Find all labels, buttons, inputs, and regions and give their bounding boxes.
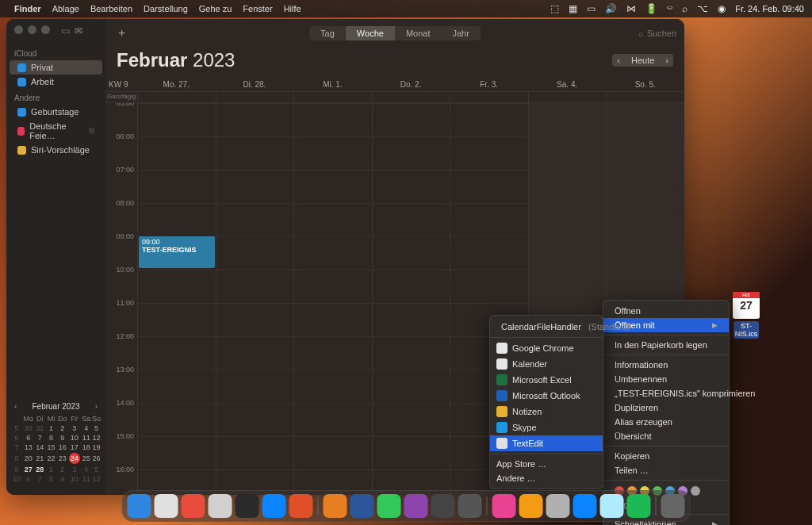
day-header[interactable]: Do. 2.: [372, 78, 450, 91]
mini-cal-day[interactable]: 25: [80, 452, 91, 465]
siri-icon[interactable]: ◉: [718, 3, 726, 14]
ctx-trash[interactable]: In den Papierkorb legen: [603, 338, 729, 352]
mini-cal-day[interactable]: 3: [68, 423, 80, 433]
day-header[interactable]: So. 5.: [606, 78, 684, 91]
mini-cal-day[interactable]: 7: [11, 443, 22, 452]
mini-cal-day[interactable]: 6: [11, 433, 22, 443]
mini-cal-prev[interactable]: ‹: [14, 402, 17, 411]
sidebar-cal-birthdays[interactable]: Geburtstage: [10, 105, 102, 119]
ctx-rename[interactable]: Umbenennen: [603, 372, 729, 386]
bluetooth-icon[interactable]: ⋈: [626, 3, 636, 14]
sub-app-item[interactable]: Google Chrome: [490, 340, 603, 356]
dock-app[interactable]: [661, 494, 685, 518]
mini-cal-day[interactable]: 19: [92, 443, 101, 452]
mini-cal-day[interactable]: 16: [57, 443, 69, 452]
mini-cal-day[interactable]: 10: [68, 433, 80, 443]
ctx-overview[interactable]: Übersicht: [603, 429, 729, 443]
sub-app-item[interactable]: TextEdit: [490, 435, 603, 451]
menu-file[interactable]: Ablage: [52, 4, 79, 13]
mini-cal-day[interactable]: 5: [92, 423, 101, 433]
prev-week-button[interactable]: ‹: [612, 54, 625, 67]
dropbox-icon[interactable]: ⬚: [550, 3, 559, 14]
mini-cal-day[interactable]: 28: [34, 465, 45, 474]
dock-app[interactable]: [600, 494, 624, 518]
day-header[interactable]: Mo. 27.: [137, 78, 216, 91]
traffic-max[interactable]: [41, 25, 50, 34]
mini-cal-day[interactable]: 12: [92, 433, 101, 443]
add-event-button[interactable]: +: [113, 26, 130, 40]
volume-icon[interactable]: 🔊: [605, 3, 617, 14]
mini-cal-day[interactable]: 7: [34, 433, 45, 443]
mini-cal-day[interactable]: 14: [34, 443, 45, 452]
dock-app[interactable]: [546, 494, 570, 518]
app-name[interactable]: Finder: [14, 4, 41, 13]
sub-app-item[interactable]: Notizen: [490, 404, 603, 420]
menu-view[interactable]: Darstellung: [144, 4, 188, 13]
day-column[interactable]: [216, 103, 294, 495]
dock-app[interactable]: [492, 494, 516, 518]
menu-window[interactable]: Fenster: [243, 4, 272, 13]
dock-app[interactable]: [155, 494, 178, 518]
mini-cal-day[interactable]: 13: [22, 443, 34, 452]
day-column[interactable]: [372, 103, 450, 495]
sidebar-cal-privat[interactable]: Privat: [10, 60, 102, 75]
mini-cal-day[interactable]: 6: [22, 433, 34, 443]
mini-cal-day[interactable]: 8: [11, 452, 22, 465]
checkbox-icon[interactable]: [17, 108, 26, 117]
mini-cal-day[interactable]: 30: [22, 423, 34, 433]
dock-app[interactable]: [350, 494, 374, 518]
day-header[interactable]: Sa. 4.: [528, 78, 607, 91]
mini-cal-day[interactable]: 11: [80, 474, 91, 484]
mini-cal-day[interactable]: 1: [45, 423, 56, 433]
mini-cal-next[interactable]: ›: [95, 402, 98, 411]
mini-cal-day[interactable]: 11: [80, 433, 91, 443]
view-day[interactable]: Tag: [309, 26, 346, 40]
sidebar-cal-arbeit[interactable]: Arbeit: [10, 75, 102, 89]
calendar-event[interactable]: 09:00 TEST-EREIGNIS: [139, 236, 215, 268]
mini-cal-day[interactable]: 7: [34, 474, 45, 484]
view-year[interactable]: Jahr: [441, 26, 480, 40]
dock-app[interactable]: [627, 494, 651, 518]
menu-go[interactable]: Gehe zu: [199, 4, 232, 13]
inbox-icon[interactable]: ✉: [75, 25, 82, 36]
dock-app[interactable]: [519, 494, 543, 518]
day-header[interactable]: Mi. 1.: [293, 78, 372, 91]
mini-cal-day[interactable]: 5: [92, 465, 101, 474]
mini-cal-day[interactable]: 4: [80, 423, 91, 433]
mini-cal-day[interactable]: 3: [68, 465, 80, 474]
calendars-icon[interactable]: ▭: [61, 25, 70, 36]
ctx-duplicate[interactable]: Duplizieren: [603, 400, 729, 415]
sidebar-cal-holidays[interactable]: Deutsche Feie…⦾: [10, 119, 102, 143]
mini-cal-day[interactable]: 22: [45, 452, 56, 465]
sub-appstore[interactable]: App Store …: [490, 457, 603, 471]
mini-cal-day[interactable]: 10: [68, 474, 80, 484]
checkbox-icon[interactable]: [17, 63, 26, 72]
dock-app[interactable]: [404, 494, 428, 518]
ctx-share[interactable]: Teilen …: [603, 463, 729, 477]
mini-cal-day[interactable]: 31: [34, 423, 45, 433]
day-header[interactable]: Di. 28.: [216, 78, 294, 91]
mini-cal-day[interactable]: 2: [57, 423, 69, 433]
search-field[interactable]: ⌕ Suchen: [638, 29, 676, 38]
mini-cal-day[interactable]: 17: [68, 443, 80, 452]
mini-cal-day[interactable]: 26: [92, 452, 101, 465]
mini-cal-day[interactable]: 20: [22, 452, 34, 465]
mini-cal-day[interactable]: 9: [57, 474, 69, 484]
menu-edit[interactable]: Bearbeiten: [90, 4, 132, 13]
sub-app-item[interactable]: Kalender: [490, 356, 603, 372]
dock-app[interactable]: [458, 494, 482, 518]
mini-cal-day[interactable]: 23: [57, 452, 69, 465]
dock-app[interactable]: [289, 494, 313, 518]
dock-app[interactable]: [209, 494, 232, 518]
ctx-copy[interactable]: Kopieren: [603, 449, 729, 463]
sub-app-item[interactable]: Skype: [490, 420, 603, 435]
mini-cal-day[interactable]: 9: [11, 465, 22, 474]
mini-cal-day[interactable]: 8: [45, 433, 56, 443]
sub-default-app[interactable]: CalendarFileHandler(Standard): [490, 319, 603, 335]
search-icon[interactable]: ⌕: [682, 3, 688, 14]
ctx-info[interactable]: Informationen: [603, 358, 729, 372]
traffic-close[interactable]: [14, 25, 23, 34]
day-column[interactable]: 09:00 TEST-EREIGNIS: [137, 103, 216, 495]
mini-cal-day[interactable]: 24: [68, 452, 80, 465]
view-month[interactable]: Monat: [395, 26, 442, 40]
